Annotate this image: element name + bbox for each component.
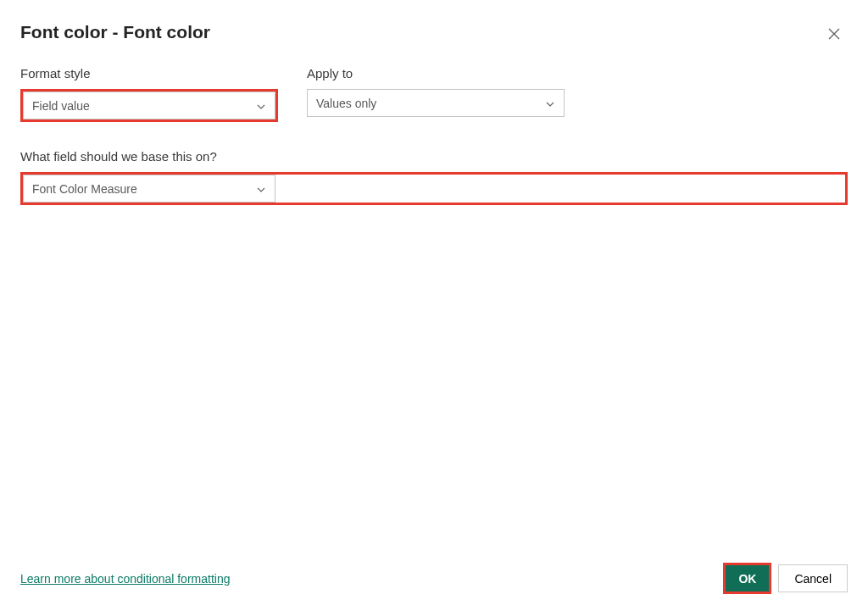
format-style-value: Field value [32,99,90,113]
dialog-footer: Learn more about conditional formatting … [20,553,848,594]
chevron-down-icon [256,184,266,194]
base-field-highlight: Font Color Measure [20,172,848,205]
learn-more-link[interactable]: Learn more about conditional formatting [20,572,230,586]
cancel-button[interactable]: Cancel [778,564,848,592]
top-row: Format style Field value Apply to Values… [20,66,848,122]
ok-highlight: OK [723,563,771,594]
close-icon [828,28,840,43]
dialog-content: Format style Field value Apply to Values… [20,46,848,553]
format-style-highlight: Field value [20,89,278,122]
footer-buttons: OK Cancel [723,563,848,594]
base-field-dropdown[interactable]: Font Color Measure [23,175,275,203]
base-field-value: Font Color Measure [32,182,137,196]
dialog-title: Font color - Font color [20,22,210,42]
apply-to-value: Values only [316,97,376,110]
base-field-group: What field should we base this on? Font … [20,149,848,205]
apply-to-dropdown[interactable]: Values only [307,89,565,117]
apply-to-group: Apply to Values only [307,66,565,122]
base-field-label: What field should we base this on? [20,149,848,164]
chevron-down-icon [256,101,266,111]
format-style-dropdown[interactable]: Field value [23,92,275,119]
format-style-label: Format style [20,66,278,81]
close-button[interactable] [824,25,844,46]
chevron-down-icon [545,98,555,108]
format-style-group: Format style Field value [20,66,278,122]
ok-button[interactable]: OK [726,565,769,592]
dialog-header: Font color - Font color [20,22,848,46]
apply-to-label: Apply to [307,66,565,81]
font-color-dialog: Font color - Font color Format style Fie… [0,0,868,611]
